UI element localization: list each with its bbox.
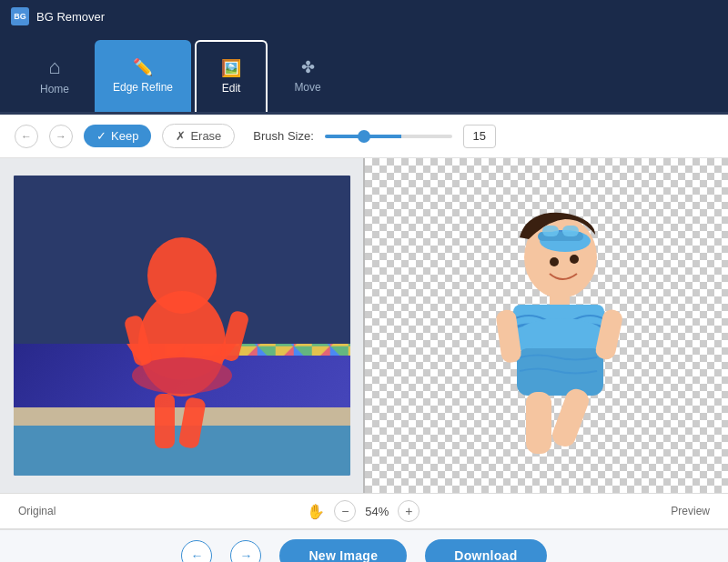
edit-icon: 🖼️ [221,60,241,76]
zoom-out-button[interactable]: − [334,500,356,522]
zoom-in-button[interactable]: + [398,500,420,522]
back-button[interactable]: ← [15,125,38,148]
forward-button[interactable]: → [49,125,73,148]
nav-item-home[interactable]: ⌂ Home [18,40,91,112]
preview-panel[interactable] [365,158,728,493]
preview-image-container [365,158,728,493]
erase-button[interactable]: ✗ Erase [162,124,235,148]
svg-point-17 [517,318,604,351]
svg-rect-25 [562,226,579,236]
toolbar: ← → ✓ Keep ✗ Erase Brush Size: 15 [0,115,728,158]
preview-image [379,176,715,476]
keep-button[interactable]: ✓ Keep [84,125,151,147]
svg-rect-7 [155,394,175,448]
child-preview-svg [379,176,715,476]
original-image-container [0,158,363,493]
nav-label-move: Move [294,81,320,94]
original-label: Original [18,505,56,517]
main-canvas-area [0,158,728,493]
back-nav-button[interactable]: ← [181,540,212,563]
svg-rect-21 [526,392,551,454]
forward-arrow-icon: → [239,548,252,563]
forward-nav-button[interactable]: → [230,540,261,563]
footer: ← → New Image Download [0,529,728,562]
back-arrow-icon: ← [190,548,203,563]
child-svg [14,176,350,476]
keep-icon: ✓ [96,129,106,143]
zoom-controls: ✋ − 54% + [307,500,420,522]
new-image-button[interactable]: New Image [279,539,407,563]
brush-size-label: Brush Size: [253,129,313,143]
nav-label-edge-refine: Edge Refine [113,81,173,94]
original-panel[interactable] [0,158,365,493]
zoom-value: 54% [365,505,389,518]
move-icon: ✤ [301,59,315,75]
nav-label-edit: Edit [222,82,241,95]
erase-label: Erase [190,129,221,143]
original-image [14,176,350,476]
home-icon: ⌂ [48,57,60,77]
pan-tool-icon[interactable]: ✋ [307,503,325,520]
nav-bar: ⌂ Home ✏️ Edge Refine 🖼️ Edit ✤ Move [0,33,728,115]
svg-point-14 [570,255,579,264]
nav-item-edge-refine[interactable]: ✏️ Edge Refine [95,40,191,112]
original-child-left [14,176,350,476]
nav-item-move[interactable]: ✤ Move [271,40,344,112]
keep-label: Keep [111,129,138,143]
download-button[interactable]: Download [425,539,546,563]
status-bar: Original ✋ − 54% + Preview [0,493,728,529]
app-icon: BG [11,7,29,25]
brush-size-value: 15 [463,125,496,148]
svg-point-13 [550,257,559,266]
title-bar: BG BG Remover [0,0,728,33]
brush-size-slider[interactable] [325,135,452,138]
nav-item-edit[interactable]: 🖼️ Edit [195,40,268,112]
svg-rect-3 [14,407,350,426]
svg-rect-24 [542,226,559,236]
app-title: BG Remover [36,10,105,24]
preview-label: Preview [671,505,710,517]
nav-label-home: Home [40,83,69,95]
edge-refine-icon: ✏️ [133,59,153,75]
erase-icon: ✗ [176,129,186,143]
